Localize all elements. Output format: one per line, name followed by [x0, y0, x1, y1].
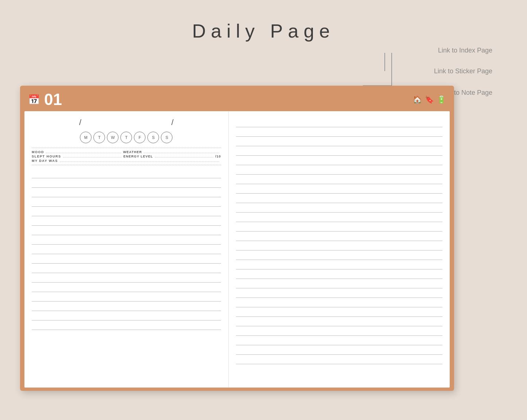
- right-lines-area: [236, 118, 442, 364]
- date-slashes: / /: [32, 118, 221, 127]
- write-line: [32, 320, 221, 330]
- write-line: [32, 273, 221, 283]
- write-line: [32, 302, 221, 311]
- myday-label: MY DAY WAS: [32, 159, 58, 163]
- link-sticker-annotation[interactable]: Link to Sticker Page: [434, 67, 492, 75]
- day-circle-t1[interactable]: T: [93, 132, 105, 143]
- day-circle-s2[interactable]: S: [161, 132, 173, 143]
- weather-dotted: [144, 153, 219, 153]
- right-line: [236, 156, 442, 165]
- right-line: [236, 213, 442, 222]
- day-circle-w[interactable]: W: [107, 132, 119, 143]
- right-line: [236, 203, 442, 213]
- right-line: [236, 165, 442, 175]
- right-line: [236, 250, 442, 260]
- right-line: [236, 298, 442, 307]
- weather-label: WEATHER: [123, 150, 142, 154]
- stats-section: MOOD WEATHER SLEPT HOURS ENERGY LEVEL /1…: [32, 150, 221, 163]
- right-line: [236, 326, 442, 336]
- slept-label: SLEPT HOURS: [32, 155, 61, 158]
- right-line: [236, 288, 442, 298]
- write-line: [32, 178, 221, 188]
- write-line: [32, 311, 221, 320]
- day-circle-t2[interactable]: T: [120, 132, 132, 143]
- write-line: [32, 188, 221, 197]
- energy-suffix: /10: [215, 155, 221, 158]
- right-line: [236, 175, 442, 184]
- header-icons: 🏠 🔖 🔋: [413, 95, 446, 104]
- bookmark-icon[interactable]: 🔖: [425, 95, 434, 104]
- right-line: [236, 222, 442, 232]
- myday-row: MY DAY WAS: [32, 159, 221, 163]
- right-line: [236, 184, 442, 194]
- right-line: [236, 317, 442, 326]
- day-circles: M T W T F S S: [32, 132, 221, 143]
- write-line: [32, 292, 221, 302]
- right-line: [236, 269, 442, 279]
- right-line: [236, 336, 442, 345]
- write-line: [32, 264, 221, 273]
- myday-dotted: [60, 162, 219, 162]
- write-line: [32, 283, 221, 292]
- right-line: [236, 146, 442, 156]
- mood-label: MOOD: [32, 150, 44, 154]
- right-line: [236, 355, 442, 364]
- right-line: [236, 279, 442, 288]
- link-index-annotation[interactable]: Link to Index Page: [438, 47, 492, 54]
- day-circle-m[interactable]: M: [80, 132, 92, 143]
- write-line: [32, 207, 221, 216]
- mood-weather-row: MOOD WEATHER: [32, 150, 221, 154]
- header-left: 📅 01: [28, 92, 62, 108]
- day-circle-s1[interactable]: S: [147, 132, 159, 143]
- slept-energy-row: SLEPT HOURS ENERGY LEVEL /10: [32, 155, 221, 158]
- write-line: [32, 216, 221, 226]
- right-line: [236, 232, 442, 241]
- planner-content: / / M T W T F S S MOOD: [24, 111, 450, 388]
- energy-dotted: [155, 157, 214, 158]
- mood-dotted: [46, 153, 121, 153]
- battery-icon[interactable]: 🔋: [437, 95, 446, 104]
- right-line: [236, 260, 442, 269]
- right-line: [236, 194, 442, 203]
- left-lines-area: [32, 169, 221, 330]
- home-icon[interactable]: 🏠: [413, 95, 422, 104]
- calendar-icon: 📅: [28, 94, 40, 105]
- left-panel: / / M T W T F S S MOOD: [24, 111, 229, 388]
- write-line: [32, 169, 221, 178]
- day-number: 01: [44, 92, 62, 108]
- right-line: [236, 345, 442, 355]
- slept-dotted: [63, 157, 122, 158]
- write-line: [32, 245, 221, 254]
- day-circle-f[interactable]: F: [134, 132, 146, 143]
- date-section: / /: [32, 118, 221, 127]
- annotation-line-v1: [384, 53, 385, 71]
- planner-header: 📅 01 🏠 🔖 🔋: [24, 90, 450, 111]
- page-title: Daily Page: [0, 0, 527, 42]
- right-line: [236, 241, 442, 250]
- energy-label: ENERGY LEVEL: [123, 155, 153, 158]
- write-line: [32, 226, 221, 235]
- write-line: [32, 254, 221, 264]
- write-line: [32, 235, 221, 245]
- divider-2: [32, 165, 221, 165]
- right-line: [236, 118, 442, 127]
- planner-wrapper: 📅 01 🏠 🔖 🔋 / / M T W: [20, 86, 454, 391]
- planner-outer: 📅 01 🏠 🔖 🔋 / / M T W: [20, 86, 454, 391]
- right-panel: [229, 111, 450, 388]
- right-line: [236, 307, 442, 317]
- divider-1: [32, 148, 221, 148]
- right-line: [236, 127, 442, 137]
- annotation-line-v2: [391, 53, 392, 86]
- right-line: [236, 137, 442, 146]
- write-line: [32, 197, 221, 207]
